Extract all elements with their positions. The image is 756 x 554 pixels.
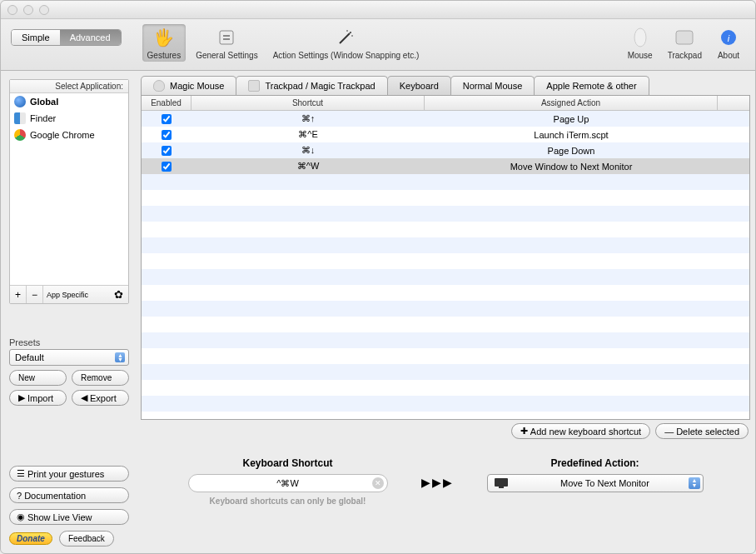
remove-preset-button[interactable]: Remove — [72, 370, 129, 386]
shortcut-hint: Keyboard shortcuts can only be global! — [210, 497, 366, 506]
tab-keyboard[interactable]: Keyboard — [387, 76, 451, 95]
tab-normal-mouse[interactable]: Normal Mouse — [450, 76, 535, 95]
svg-point-4 — [350, 32, 351, 33]
svg-point-6 — [347, 30, 349, 32]
app-specific-label: App Specific — [43, 291, 108, 299]
action-settings-tab[interactable]: Action Settings (Window Snapping etc.) — [268, 24, 425, 62]
live-view-button[interactable]: ◉Show Live View — [9, 509, 129, 525]
trackpad-tab[interactable]: Trackpad — [663, 24, 707, 62]
monitor-icon — [495, 477, 508, 489]
table-row — [142, 174, 749, 190]
chrome-icon — [14, 129, 26, 141]
enable-checkbox[interactable] — [162, 114, 172, 124]
minus-icon: — — [664, 427, 674, 437]
mouse-tab[interactable]: Mouse — [623, 24, 658, 62]
trackpad-icon — [673, 26, 696, 49]
enable-checkbox[interactable] — [162, 130, 172, 140]
clear-shortcut-button[interactable]: ✕ — [372, 477, 384, 489]
donate-button[interactable]: Donate — [9, 532, 52, 545]
delete-shortcut-button[interactable]: — Delete selected — [655, 423, 749, 439]
table-row — [142, 253, 749, 269]
action-column: Predefined Action: Move To Next Monitor … — [487, 457, 704, 492]
remove-app-button[interactable]: − — [27, 286, 43, 303]
close-traffic-light[interactable] — [7, 5, 17, 15]
table-body: ⌘↑Page Up⌘^ELaunch iTerm.scpt⌘↓Page Down… — [142, 111, 749, 420]
app-settings-button[interactable]: ✿ — [108, 286, 128, 303]
minimize-traffic-light[interactable] — [23, 5, 33, 15]
table-row — [142, 206, 749, 222]
add-shortcut-button[interactable]: ✚ Add new keyboard shortcut — [511, 423, 650, 439]
documentation-button[interactable]: ?Documentation — [9, 487, 129, 503]
app-list-header: Select Application: — [10, 80, 128, 93]
shortcut-cell: ⌘^W — [191, 161, 425, 172]
toolbar: Simple Advanced 🖐 Gestures General Setti… — [1, 19, 755, 71]
feedback-button[interactable]: Feedback — [59, 531, 114, 547]
hand-icon: 🖐 — [152, 26, 176, 49]
mouse-icon — [629, 26, 652, 49]
arrow-separator: ▶▶▶ — [421, 476, 454, 489]
col-action[interactable]: Assigned Action — [425, 96, 718, 110]
tab-magic-mouse[interactable]: Magic Mouse — [141, 76, 236, 95]
table-row — [142, 412, 749, 420]
svg-rect-1 — [223, 35, 230, 37]
table-row[interactable]: ⌘^WMove Window to Next Monitor — [142, 158, 749, 174]
print-gestures-button[interactable]: ☰Print your gestures — [9, 466, 129, 482]
app-item-chrome[interactable]: Google Chrome — [10, 127, 128, 143]
shortcut-cell: ⌘↓ — [191, 145, 425, 156]
tab-remote[interactable]: Apple Remote & other — [534, 76, 649, 95]
export-button[interactable]: ◀Export — [72, 390, 129, 406]
table-row — [142, 237, 749, 253]
titlebar — [1, 1, 755, 19]
application-list: Select Application: Global Finder Google… — [9, 79, 129, 304]
action-cell: Page Down — [425, 146, 718, 156]
shortcut-input[interactable]: ^⌘W ✕ — [188, 474, 388, 492]
shortcut-cell: ⌘↑ — [191, 113, 425, 124]
toolbar-right: Mouse Trackpad i About — [623, 24, 745, 62]
enable-checkbox[interactable] — [162, 146, 172, 156]
svg-point-5 — [352, 35, 354, 37]
col-shortcut[interactable]: Shortcut — [191, 96, 425, 110]
presets-label: Presets — [9, 337, 129, 347]
add-app-button[interactable]: + — [10, 286, 27, 303]
table-row[interactable]: ⌘^ELaunch iTerm.scpt — [142, 127, 749, 142]
import-button[interactable]: ▶Import — [9, 390, 67, 406]
new-preset-button[interactable]: New — [9, 370, 67, 386]
import-icon: ▶ — [18, 392, 25, 403]
table-row[interactable]: ⌘↓Page Down — [142, 142, 749, 158]
advanced-mode-button[interactable]: Advanced — [60, 30, 121, 45]
globe-icon — [14, 96, 26, 107]
col-enabled[interactable]: Enabled — [142, 96, 191, 110]
trackpad-tab-icon — [248, 80, 260, 92]
svg-rect-2 — [223, 38, 230, 40]
simple-mode-button[interactable]: Simple — [12, 30, 60, 45]
table-row — [142, 301, 749, 317]
table-row — [142, 317, 749, 332]
general-settings-tab[interactable]: General Settings — [191, 24, 263, 62]
magic-mouse-icon — [153, 80, 165, 92]
tab-trackpad[interactable]: Trackpad / Magic Trackpad — [236, 76, 387, 95]
gestures-tab[interactable]: 🖐 Gestures — [142, 24, 187, 62]
app-item-label: Finder — [30, 113, 56, 123]
app-item-finder[interactable]: Finder — [10, 110, 128, 127]
svg-rect-12 — [499, 487, 504, 488]
about-tab[interactable]: i About — [712, 24, 745, 62]
zoom-traffic-light[interactable] — [39, 5, 49, 15]
enable-checkbox[interactable] — [162, 162, 172, 172]
main-panel: Magic Mouse Trackpad / Magic Trackpad Ke… — [136, 71, 755, 553]
table-row — [142, 364, 749, 380]
presets-select[interactable]: Default ▲▼ — [9, 349, 129, 366]
presets-section: Presets Default ▲▼ New Remove ▶Import ◀E… — [9, 337, 129, 406]
svg-point-7 — [634, 28, 646, 47]
action-title: Predefined Action: — [550, 457, 639, 469]
svg-line-3 — [340, 33, 350, 43]
app-item-global[interactable]: Global — [10, 93, 128, 110]
table-row[interactable]: ⌘↑Page Up — [142, 111, 749, 127]
app-item-label: Global — [30, 97, 58, 107]
preset-value: Default — [15, 352, 44, 362]
shortcuts-table: Enabled Shortcut Assigned Action ⌘↑Page … — [141, 95, 750, 420]
action-select[interactable]: Move To Next Monitor ▲▼ — [487, 474, 704, 492]
list-icon: ☰ — [17, 468, 25, 479]
app-item-label: Google Chrome — [30, 130, 95, 140]
table-row — [142, 332, 749, 348]
finder-icon — [14, 112, 26, 124]
